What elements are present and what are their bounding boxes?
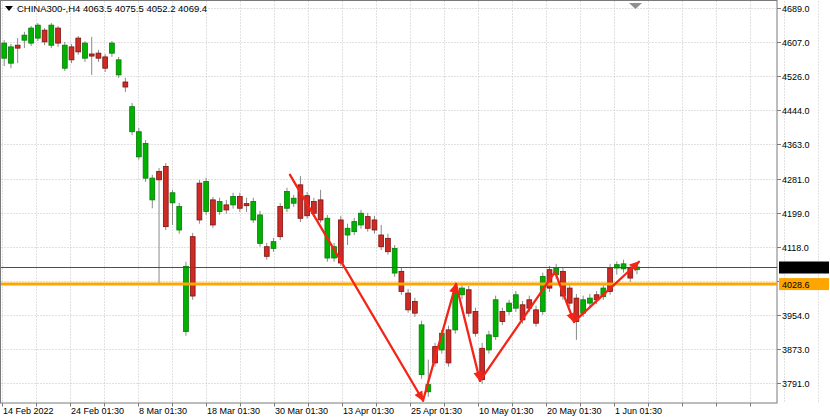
price-chart[interactable]: 4689.04607.04526.04444.04363.04281.04199… — [0, 0, 830, 420]
x-axis-label: 20 May 01:30 — [547, 406, 602, 416]
y-axis-label: 4607.0 — [782, 38, 810, 48]
bear-candle — [237, 197, 242, 209]
bull-candle — [29, 28, 34, 43]
bull-candle — [258, 215, 263, 243]
bull-candle — [493, 300, 498, 337]
bear-candle — [412, 301, 417, 313]
bear-candle — [365, 217, 370, 229]
bull-candle — [231, 197, 236, 205]
bear-candle — [157, 171, 162, 179]
bear-candle — [466, 290, 471, 313]
bull-candle — [110, 43, 115, 53]
x-axis-label: 1 Jun 01:30 — [615, 406, 662, 416]
bear-candle — [190, 237, 195, 296]
symbol-ohlc-label: CHINA300-,H4 4063.5 4075.5 4052.2 4069.4 — [5, 3, 207, 14]
bear-candle — [123, 82, 128, 87]
x-axis-label: 14 Feb 2022 — [3, 406, 54, 416]
bear-candle — [278, 207, 283, 237]
bear-candle — [197, 183, 202, 220]
x-axis-label: 10 May 01:30 — [479, 406, 534, 416]
bear-candle — [15, 45, 20, 48]
bear-candle — [318, 200, 323, 220]
x-axis-label: 24 Feb 01:30 — [71, 406, 124, 416]
bull-candle — [392, 248, 397, 273]
bull-candle — [251, 202, 256, 220]
bear-candle — [76, 38, 81, 52]
x-axis-label: 25 Apr 01:30 — [411, 406, 462, 416]
bull-candle — [150, 178, 155, 200]
x-axis-label: 8 Mar 01:30 — [139, 406, 187, 416]
bull-candle — [217, 202, 222, 212]
bear-candle — [406, 293, 411, 310]
y-axis-label: 3954.0 — [782, 311, 810, 321]
bear-candle — [163, 166, 168, 226]
bull-candle — [49, 25, 54, 45]
bull-candle — [621, 264, 626, 269]
symbol-dropdown-icon[interactable] — [5, 6, 13, 11]
bull-candle — [513, 295, 518, 308]
x-axis-label: 30 Mar 01:30 — [275, 406, 328, 416]
bear-candle — [567, 288, 572, 303]
bear-candle — [500, 311, 505, 321]
bull-candle — [130, 107, 135, 132]
bear-candle — [210, 200, 215, 225]
bull-candle — [116, 60, 121, 75]
y-axis-label: 4281.0 — [782, 175, 810, 185]
bear-candle — [69, 47, 74, 60]
bull-candle — [487, 335, 492, 350]
bull-candle — [285, 192, 290, 209]
bull-candle — [359, 213, 364, 225]
bear-candle — [534, 310, 539, 323]
bull-candle — [136, 132, 141, 157]
bear-candle — [96, 53, 101, 58]
bear-candle — [264, 247, 269, 257]
bear-candle — [372, 220, 377, 230]
bull-candle — [22, 35, 27, 40]
bear-candle — [244, 204, 249, 206]
y-axis-label: 4199.0 — [782, 209, 810, 219]
bear-candle — [473, 311, 478, 333]
bull-candle — [2, 43, 7, 58]
bull-candle — [419, 325, 424, 375]
bull-candle — [204, 181, 209, 211]
bull-candle — [460, 288, 465, 295]
bull-candle — [345, 228, 350, 235]
bull-candle — [35, 25, 40, 38]
bear-candle — [399, 271, 404, 291]
bear-candle — [103, 57, 108, 68]
bull-candle — [291, 198, 296, 203]
y-axis-label: 4526.0 — [782, 72, 810, 82]
bull-candle — [62, 45, 67, 68]
x-axis-label: 18 Mar 01:30 — [207, 406, 260, 416]
bear-candle — [89, 54, 94, 56]
bull-candle — [9, 47, 14, 63]
bull-candle — [352, 222, 357, 232]
bear-candle — [42, 30, 47, 42]
y-axis-label: 4689.0 — [782, 4, 810, 14]
bull-candle — [170, 193, 175, 203]
orange-price-badge-text: 4028.6 — [782, 280, 810, 290]
bull-candle — [83, 43, 88, 58]
y-axis-label: 4444.0 — [782, 106, 810, 116]
y-axis-label: 3791.0 — [782, 379, 810, 389]
y-axis-label: 4363.0 — [782, 140, 810, 150]
x-axis-label: 13 Apr 01:30 — [343, 406, 394, 416]
bull-candle — [453, 293, 458, 330]
bull-candle — [143, 143, 148, 178]
bull-candle — [271, 242, 276, 249]
y-axis-label: 4118.0 — [782, 243, 809, 253]
bear-candle — [446, 330, 451, 363]
bull-candle — [177, 207, 182, 230]
bull-candle — [587, 298, 592, 303]
bull-candle — [184, 266, 189, 331]
symbol-ohlc-text: CHINA300-,H4 4063.5 4075.5 4052.2 4069.4 — [17, 3, 207, 14]
current-price-badge-text: 4069.4 — [782, 263, 810, 273]
chart-window: 4689.04607.04526.04444.04363.04281.04199… — [0, 0, 830, 420]
bear-candle — [224, 205, 229, 210]
y-axis-label: 3873.0 — [782, 345, 810, 355]
bear-candle — [386, 238, 391, 251]
bear-candle — [56, 28, 61, 43]
bull-candle — [507, 303, 512, 311]
bear-candle — [379, 235, 384, 247]
